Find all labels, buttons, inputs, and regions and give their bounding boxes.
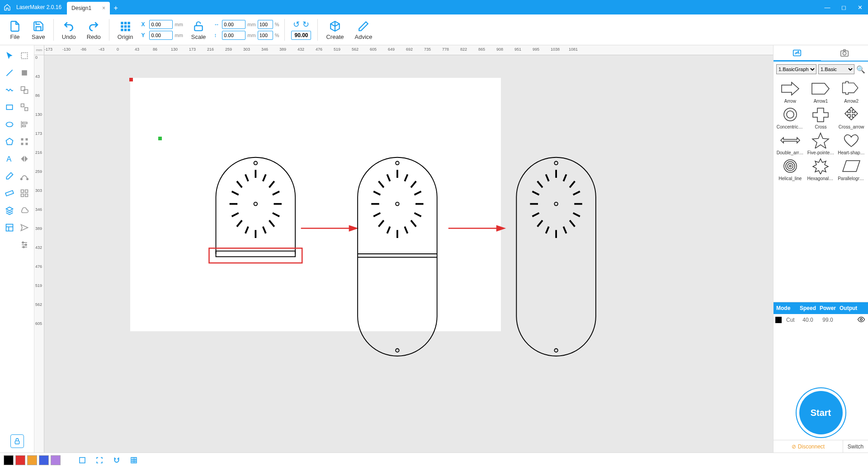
height-pct-input[interactable] [258,31,273,40]
x-input[interactable] [149,20,173,29]
category2-select[interactable]: 1.Basic [818,64,854,74]
line-tool[interactable] [3,67,16,79]
rect-tool[interactable] [3,101,16,114]
rotate-cw-icon[interactable]: ↻ [302,19,309,29]
library-tab[interactable] [774,45,821,62]
group-tool[interactable] [18,84,31,96]
close-button[interactable]: ✕ [852,0,868,14]
cloud-tool[interactable] [18,204,31,217]
start-button[interactable]: Start [799,391,843,434]
layer-power: 99.0 [818,317,838,323]
color-chip-1[interactable] [15,455,25,465]
color-chip-0[interactable] [4,455,14,465]
fill-tool[interactable] [18,67,31,79]
minimize-button[interactable]: — [819,0,835,14]
maximize-button[interactable]: ◻ [835,0,852,14]
shape-label: Double_arrow [777,150,804,155]
magnet-button[interactable] [110,454,123,467]
ellipse-tool[interactable] [3,118,16,131]
ruler-tool[interactable] [3,187,16,200]
camera-tab[interactable] [821,45,868,61]
rotate-ccw-icon[interactable]: ↺ [293,19,300,29]
layer-row[interactable]: Cut 40.0 99.0 [774,314,868,326]
svg-rect-10 [22,52,28,58]
grid-button[interactable] [127,454,140,467]
width-input[interactable] [222,20,245,29]
layer-color-chip [775,317,782,323]
y-input[interactable] [149,31,173,40]
shape-double-arrow[interactable]: Double_arrow [775,130,805,155]
y-label: Y [141,32,147,38]
svg-rect-1 [124,22,127,24]
lock-button[interactable] [10,434,24,448]
shape-heart-shaped[interactable]: Heart-shaped [836,130,866,155]
svg-rect-3 [121,25,123,28]
layer-hdr-speed: Speed [797,305,817,311]
svg-marker-89 [496,225,505,231]
file-button[interactable]: File [4,14,26,45]
shape-hexagonal-[interactable]: Hexagonal_… [806,156,836,181]
origin-button[interactable]: Origin [112,14,139,45]
position-group: X mm Y mm [138,20,185,40]
svg-line-80 [387,174,390,181]
array-tool[interactable] [18,187,31,200]
color-chip-4[interactable] [51,455,61,465]
polygon-tool[interactable] [3,135,16,148]
rotation-input[interactable]: 90.00 [291,31,311,40]
settings-tool[interactable] [18,238,31,251]
file-icon [9,19,21,33]
align-left-tool[interactable] [18,118,31,131]
color-chip-2[interactable] [27,455,37,465]
shape-helical-line[interactable]: Helical_line [775,156,805,181]
tab-close-icon[interactable]: × [102,5,105,11]
distribute-tool[interactable] [18,135,31,148]
canvas-area[interactable]: mm -173-130-86-4304386130173216259303346… [34,45,773,453]
title-bar: LaserMaker 2.0.16 Design1 × + — ◻ ✕ [0,0,868,14]
layers-tool[interactable] [3,204,16,217]
svg-rect-63 [216,251,296,257]
frame-button[interactable] [76,454,89,467]
switch-button[interactable]: Switch [843,440,868,453]
svg-point-112 [784,108,797,121]
focus-button[interactable] [93,454,106,467]
new-tab-button[interactable]: + [110,2,122,14]
color-chip-3[interactable] [39,455,49,465]
svg-rect-12 [22,70,27,76]
home-icon[interactable] [0,4,14,11]
advice-button[interactable]: Advice [349,14,378,45]
scale-button[interactable]: Scale [186,14,212,45]
mirror-tool[interactable] [18,152,31,165]
search-icon[interactable]: 🔍 [856,65,865,74]
shape-concentric-[interactable]: Concentric_… [775,105,805,129]
undo-button[interactable]: Undo [57,14,81,45]
width-pct-input[interactable] [258,20,273,29]
ungroup-tool[interactable] [18,101,31,114]
category1-select[interactable]: 1.BasicGraph [776,64,816,74]
marquee-tool[interactable] [18,49,31,62]
create-button[interactable]: Create [321,14,349,45]
shape-arrow[interactable]: Arrow [775,79,805,104]
shape-label: Cross [815,124,826,129]
visibility-icon[interactable] [854,315,868,325]
app-name: LaserMaker 2.0.16 [14,4,67,10]
shape-arrow1[interactable]: Arrow1 [806,79,836,104]
path-edit-tool[interactable] [18,170,31,182]
height-input[interactable] [222,31,245,40]
shape-parallelogram[interactable]: Parallelogram [836,156,866,181]
send-tool[interactable] [18,221,31,234]
text-tool[interactable]: A [3,152,16,165]
redo-button[interactable]: Redo [81,14,106,45]
eraser-tool[interactable] [3,170,16,182]
connection-status[interactable]: ⊘ Disconnect [774,440,843,453]
svg-point-68 [396,202,399,206]
shape-arrow2[interactable]: Arrow2 [836,79,866,104]
tab-label: Design1 [71,5,91,11]
save-button[interactable]: Save [26,14,51,45]
layout-tool[interactable] [3,221,16,234]
tab-design1[interactable]: Design1 × [67,2,110,14]
curve-tool[interactable] [3,84,16,96]
select-tool[interactable] [3,49,16,62]
shape-cross-arrow[interactable]: Cross_arrow [836,105,866,129]
shape-cross[interactable]: Cross [806,105,836,129]
shape-five-pointe-[interactable]: Five-pointe… [806,130,836,155]
